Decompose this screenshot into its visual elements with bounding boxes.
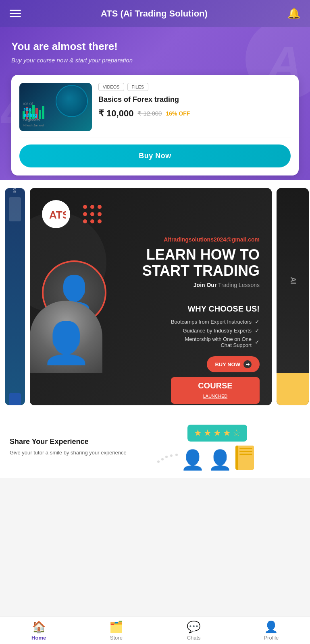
star-4: ★ xyxy=(223,428,231,438)
partial-text: on xyxy=(12,188,18,193)
course-info: VIDEOS FILES Basics of Forex trading ₹ 1… xyxy=(98,83,291,119)
partial-ai-text: AI xyxy=(289,277,297,284)
share-subtitle: Give your tutor a smile by sharing your … xyxy=(10,449,127,456)
banner-email: Aitradingsolutions2024@gmail.com xyxy=(142,236,260,243)
thumbnail-text: ics of rex ading Beginners xyxy=(23,101,88,122)
course-title: Basics of Forex trading xyxy=(98,95,291,104)
banner-inner: ATS Aitradingsolutions2024@gmail.com LEA… xyxy=(30,188,272,405)
star-3: ★ xyxy=(213,428,221,438)
path-dots-svg xyxy=(156,454,181,466)
banners-track: on ATS xyxy=(0,188,310,405)
price-current: ₹ 10,000 xyxy=(98,108,133,119)
nav-chats-label: Chats xyxy=(187,635,201,641)
feature-3: Mentorship with One on OneChat Support ✓ xyxy=(171,336,260,348)
share-right: ★ ★ ★ ★ ☆ 👤 👤 xyxy=(135,425,300,470)
nav-store[interactable]: 🗂️ Store xyxy=(77,621,155,641)
notebook-line-3 xyxy=(239,454,252,455)
price-original: ₹ 12,000 xyxy=(137,110,162,117)
tag-files: FILES xyxy=(127,83,149,91)
avatar-2-icon: 👤 xyxy=(208,450,232,470)
thumb-line1: ics of xyxy=(23,101,88,106)
svg-point-11 xyxy=(170,454,173,457)
nav-profile-label: Profile xyxy=(264,635,279,641)
svg-point-9 xyxy=(161,458,164,460)
thumb-author: Nitesh Jameel xyxy=(23,124,88,127)
avatar-1-container: 👤 xyxy=(181,450,205,470)
partial-blue-block xyxy=(9,393,21,405)
partial-right-dark: AI xyxy=(277,188,309,373)
star-2: ★ xyxy=(204,428,212,438)
feature-1: Bootcamps from Expert Instructors ✓ xyxy=(171,318,260,325)
app-title: ATS (Ai Trading Solution) xyxy=(101,8,208,19)
banner-features: Bootcamps from Expert Instructors ✓ Guid… xyxy=(171,318,260,348)
bottom-nav: 🏠 Home 🗂️ Store 💬 Chats 👤 Profile xyxy=(0,616,310,644)
home-icon: 🏠 xyxy=(32,621,46,633)
feature-2: Guidance by Industry Experts ✓ xyxy=(171,327,260,334)
profile-icon: 👤 xyxy=(264,621,278,633)
bottom-spacer xyxy=(0,478,310,514)
notebook-lines xyxy=(238,446,254,457)
notebook-line-1 xyxy=(239,448,252,449)
nav-profile[interactable]: 👤 Profile xyxy=(233,621,310,641)
share-title: Share Your Experience xyxy=(10,438,127,446)
hero-banner: A 4 You are almost there! Buy your cours… xyxy=(0,27,310,180)
course-thumbnail: ics of rex ading Beginners Nitesh Jameel xyxy=(19,83,92,131)
tag-videos: VIDEOS xyxy=(98,83,124,91)
svg-point-12 xyxy=(175,454,178,456)
share-text: Share Your Experience Give your tutor a … xyxy=(10,438,127,456)
avatar-1-icon: 👤 xyxy=(181,450,205,470)
nav-home[interactable]: 🏠 Home xyxy=(0,621,77,641)
nav-home-label: Home xyxy=(31,635,46,641)
banner-course-launched: COURSELAUNCHED xyxy=(171,377,260,404)
thumb-line2: rex xyxy=(23,106,88,112)
promo-banner-card: ATS Aitradingsolutions2024@gmail.com LEA… xyxy=(30,188,272,405)
thumb-line4: Beginners xyxy=(23,118,88,122)
card-divider xyxy=(19,138,291,138)
course-card-top: ics of rex ading Beginners Nitesh Jameel… xyxy=(19,83,291,131)
partial-block xyxy=(9,197,21,221)
course-tags: VIDEOS FILES xyxy=(98,83,291,91)
notebook-line-2 xyxy=(239,451,252,452)
star-1: ★ xyxy=(194,428,202,438)
bell-icon[interactable]: 🔔 xyxy=(287,7,300,20)
thumb-line3: ading xyxy=(23,112,88,118)
buy-now-button[interactable]: Buy Now xyxy=(19,144,291,167)
price-discount: 16% OFF xyxy=(166,110,190,117)
banners-section: on ATS xyxy=(0,180,310,413)
banner-bottom-person: 👤 xyxy=(30,301,110,381)
bottom-person-figure: 👤 xyxy=(30,301,102,373)
menu-button[interactable] xyxy=(10,10,21,17)
avatars-area: 👤 👤 xyxy=(181,446,254,470)
banner-dots xyxy=(83,205,102,223)
buy-btn-circle: ➡ xyxy=(243,360,252,368)
banner-left-partial: on xyxy=(5,188,25,405)
banner-subtext: Join Our Trading Lessons xyxy=(142,282,260,288)
banner-buy-button[interactable]: BUY NOW ➡ xyxy=(207,356,260,372)
banner-right-yellow xyxy=(277,373,309,405)
chats-icon: 💬 xyxy=(187,621,201,633)
hero-headline: You are almost there! xyxy=(11,40,299,54)
svg-point-10 xyxy=(165,456,168,458)
banner-why-choose: WHY CHOOSE US! xyxy=(171,304,260,314)
svg-point-8 xyxy=(157,460,160,463)
course-pricing: ₹ 10,000 ₹ 12,000 16% OFF xyxy=(98,108,291,119)
course-card: ics of rex ading Beginners Nitesh Jameel… xyxy=(11,75,299,175)
star-5: ☆ xyxy=(233,428,241,438)
app-header: ATS (Ai Trading Solution) 🔔 xyxy=(0,0,310,27)
stars-row: ★ ★ ★ ★ ☆ xyxy=(187,425,247,442)
store-icon: 🗂️ xyxy=(109,621,123,633)
banner-right-partial: AI xyxy=(277,188,309,405)
hero-text: You are almost there! Buy your course no… xyxy=(11,40,299,64)
nav-chats[interactable]: 💬 Chats xyxy=(155,621,233,641)
hero-subtext: Buy your course now & start your prepara… xyxy=(11,57,299,64)
notebook-icon xyxy=(235,446,254,470)
nav-store-label: Store xyxy=(110,635,123,641)
avatar-2-container: 👤 xyxy=(208,450,232,470)
share-section: Share Your Experience Give your tutor a … xyxy=(0,413,310,478)
banner-headline: LEARN HOW TOSTART TRADING xyxy=(142,247,260,279)
